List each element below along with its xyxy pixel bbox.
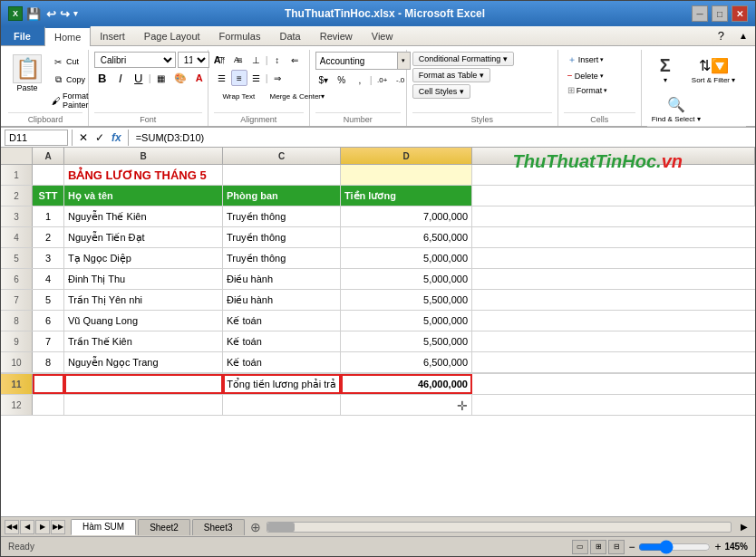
tab-data[interactable]: Data: [270, 26, 310, 45]
paste-button[interactable]: 📋 Paste: [8, 52, 46, 95]
cell-B3[interactable]: Nguyễn Thế Kiên: [64, 206, 223, 226]
tab-file[interactable]: File: [1, 26, 44, 45]
quick-access-arrow[interactable]: ▾: [73, 9, 78, 18]
cell-D1[interactable]: [341, 165, 472, 185]
restore-btn[interactable]: □: [712, 5, 728, 22]
cell-A3[interactable]: 1: [33, 206, 64, 226]
underline-button[interactable]: U: [131, 70, 147, 86]
view-page-break-btn[interactable]: ⊟: [608, 540, 625, 554]
zoom-slider[interactable]: [638, 540, 711, 554]
sheet-nav-first[interactable]: ◀◀: [5, 520, 19, 534]
quick-undo[interactable]: ↩: [46, 7, 56, 21]
cell-B2[interactable]: Họ và tên: [64, 186, 223, 206]
format-painter-button[interactable]: 🖌Format Painter: [48, 90, 96, 111]
cell-D7[interactable]: 5,500,000: [341, 290, 472, 310]
scroll-right[interactable]: ▶: [737, 522, 751, 532]
cell-C7[interactable]: Điều hành: [223, 290, 341, 310]
cell-A12[interactable]: [33, 395, 64, 415]
cell-C5[interactable]: Truyền thông: [223, 248, 341, 268]
font-name-selector[interactable]: Calibri: [94, 52, 176, 68]
cell-C11[interactable]: Tổng tiền lương phải trả: [223, 374, 341, 394]
col-header-C[interactable]: C: [223, 148, 341, 164]
zoom-minus-icon[interactable]: −: [628, 541, 635, 553]
border-button[interactable]: ▦: [153, 70, 170, 86]
cell-D12[interactable]: ✛: [341, 395, 472, 415]
cell-D5[interactable]: 5,000,000: [341, 248, 472, 268]
col-header-D[interactable]: D: [341, 148, 472, 164]
align-right-button[interactable]: ☰: [248, 70, 265, 86]
view-normal-btn[interactable]: ▭: [572, 540, 588, 554]
formula-confirm-icon[interactable]: ✓: [92, 130, 107, 145]
sum-button[interactable]: Σ ▾: [647, 52, 683, 87]
tab-review[interactable]: Review: [311, 26, 363, 45]
number-format-dropdown[interactable]: Accounting ▾: [315, 52, 411, 70]
cell-D10[interactable]: 6,500,000: [341, 352, 472, 372]
cut-button[interactable]: ✂Cut: [48, 53, 96, 70]
tab-view[interactable]: View: [363, 26, 403, 45]
cell-C9[interactable]: Kế toán: [223, 331, 341, 351]
find-select-button[interactable]: 🔍 Find & Select ▾: [647, 91, 705, 126]
cell-B8[interactable]: Vũ Quang Long: [64, 311, 223, 331]
align-left-button[interactable]: ☰: [214, 70, 230, 86]
cell-A10[interactable]: 8: [33, 352, 64, 372]
cell-C10[interactable]: Kế toán: [223, 352, 341, 372]
insert-button[interactable]: ＋ Insert ▾: [564, 52, 612, 68]
cell-D9[interactable]: 5,500,000: [341, 331, 472, 351]
align-bottom-button[interactable]: ⊥: [248, 52, 265, 68]
tab-insert[interactable]: Insert: [91, 26, 135, 45]
sheet-nav-last[interactable]: ▶▶: [51, 520, 65, 534]
cell-B11[interactable]: [64, 374, 223, 394]
minimize-btn[interactable]: ─: [692, 5, 708, 22]
tab-page-layout[interactable]: Page Layout: [135, 26, 210, 45]
cell-D8[interactable]: 5,000,000: [341, 311, 472, 331]
decrease-decimal-button[interactable]: -.0: [393, 72, 409, 88]
cell-B6[interactable]: Đinh Thị Thu: [64, 269, 223, 289]
cell-D2[interactable]: Tiền lương: [341, 186, 472, 206]
sheet-tab-ham-sum[interactable]: Hàm SUM: [71, 519, 136, 535]
cell-A1[interactable]: [33, 165, 64, 185]
cell-C6[interactable]: Điều hành: [223, 269, 341, 289]
formula-cancel-icon[interactable]: ✕: [76, 130, 91, 145]
conditional-formatting-button[interactable]: Conditional Formatting ▾: [412, 52, 514, 66]
comma-button[interactable]: ,: [352, 72, 368, 88]
sheet-tab-sheet2[interactable]: Sheet2: [138, 519, 190, 535]
align-top-button[interactable]: ⊤: [214, 52, 230, 68]
cell-D3[interactable]: 7,000,000: [341, 206, 472, 226]
align-center-button[interactable]: ≡: [231, 70, 247, 86]
cell-B10[interactable]: Nguyễn Ngọc Trang: [64, 352, 223, 372]
cell-A9[interactable]: 7: [33, 331, 64, 351]
cell-A4[interactable]: 2: [33, 227, 64, 247]
percent-button[interactable]: %: [334, 72, 350, 88]
italic-button[interactable]: I: [112, 70, 129, 86]
font-color-button[interactable]: A: [191, 70, 208, 86]
indent-increase-button[interactable]: ⇒: [269, 70, 286, 86]
formula-input[interactable]: [132, 130, 751, 146]
cell-A5[interactable]: 3: [33, 248, 64, 268]
formula-fx-icon[interactable]: fx: [109, 130, 124, 145]
format-button[interactable]: ⊞ Format ▾: [564, 83, 612, 97]
currency-button[interactable]: $▾: [315, 72, 332, 88]
delete-button[interactable]: − Delete ▾: [564, 69, 612, 82]
view-page-layout-btn[interactable]: ⊞: [590, 540, 606, 554]
ribbon-minimize-icon[interactable]: ▲: [732, 26, 755, 45]
col-header-B[interactable]: B: [64, 148, 223, 164]
zoom-plus-icon[interactable]: +: [714, 541, 721, 553]
name-box[interactable]: [5, 130, 68, 146]
cell-C2[interactable]: Phòng ban: [223, 186, 341, 206]
text-direction-button[interactable]: ↕: [269, 52, 286, 68]
help-icon[interactable]: ?: [711, 26, 732, 45]
cell-styles-button[interactable]: Cell Styles ▾: [412, 84, 470, 99]
align-middle-button[interactable]: ≡: [231, 52, 247, 68]
cell-A6[interactable]: 4: [33, 269, 64, 289]
cell-D11[interactable]: 46,000,000: [341, 374, 472, 394]
cell-B7[interactable]: Trần Thị Yên nhi: [64, 290, 223, 310]
close-btn[interactable]: ✕: [732, 5, 748, 22]
indent-decrease-button[interactable]: ⇐: [286, 52, 303, 68]
cell-A7[interactable]: 5: [33, 290, 64, 310]
cell-B12[interactable]: [64, 395, 223, 415]
quick-redo[interactable]: ↪: [60, 7, 70, 21]
fill-color-button[interactable]: 🎨: [171, 70, 189, 86]
wrap-text-button[interactable]: Wrap Text: [214, 88, 264, 104]
cell-C3[interactable]: Truyền thông: [223, 206, 341, 226]
cell-C1[interactable]: [223, 165, 341, 185]
